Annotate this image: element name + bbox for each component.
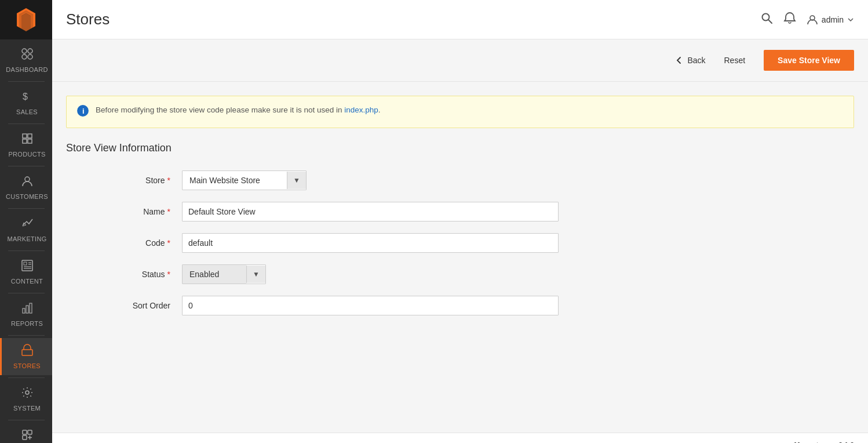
info-link[interactable]: index.php — [344, 106, 378, 114]
svg-rect-25 — [28, 430, 32, 434]
sidebar-item-sales[interactable]: $ SALES — [0, 84, 52, 121]
sidebar-item-dashboard[interactable]: DASHBOARD — [0, 42, 52, 79]
store-select-value: Main Website Store — [183, 171, 287, 190]
info-banner: i Before modifying the store view code p… — [66, 96, 854, 128]
action-bar: Back Reset Save Store View — [52, 39, 868, 82]
svg-point-4 — [28, 49, 32, 53]
svg-point-12 — [25, 177, 30, 181]
save-store-view-button[interactable]: Save Store View — [764, 50, 854, 71]
svg-line-28 — [768, 20, 772, 23]
sidebar-divider — [8, 208, 45, 209]
svg-point-6 — [28, 55, 32, 59]
sidebar: DASHBOARD $ SALES PRODUCTS CUSTOMERS MAR… — [0, 0, 52, 443]
svg-rect-22 — [22, 350, 32, 355]
topbar: Stores admin — [52, 0, 868, 39]
sidebar-item-label: CUSTOMERS — [6, 193, 48, 200]
sidebar-divider — [8, 420, 45, 420]
svg-rect-24 — [23, 430, 27, 434]
sidebar-item-label: STORES — [13, 362, 41, 369]
sidebar-divider — [8, 166, 45, 166]
sort-order-label: Sort Order — [66, 301, 182, 310]
info-banner-text: Before modifying the store view code ple… — [96, 104, 381, 116]
extensions-icon — [21, 429, 34, 443]
required-mark: * — [167, 207, 170, 216]
sidebar-item-marketing[interactable]: MARKETING — [0, 211, 52, 248]
reset-button[interactable]: Reset — [715, 51, 755, 70]
form-row-code: Code* — [66, 233, 854, 253]
code-input[interactable] — [182, 233, 559, 253]
admin-label: admin — [822, 15, 844, 24]
bell-icon[interactable] — [783, 12, 796, 27]
sidebar-item-label: PRODUCTS — [8, 151, 45, 158]
svg-marker-2 — [21, 13, 31, 31]
svg-rect-10 — [23, 139, 27, 143]
sidebar-item-label: REPORTS — [11, 320, 43, 327]
form-row-name: Name* — [66, 202, 854, 221]
sort-order-input[interactable] — [182, 296, 559, 315]
products-icon — [21, 132, 34, 148]
sidebar-divider — [8, 293, 45, 293]
arrow-left-icon — [674, 56, 684, 65]
svg-rect-8 — [23, 134, 27, 138]
admin-user-menu[interactable]: admin — [807, 14, 854, 26]
topbar-right: admin — [760, 12, 854, 27]
content-icon — [21, 259, 34, 275]
svg-rect-11 — [28, 139, 32, 143]
system-icon — [21, 386, 34, 402]
content-area: i Before modifying the store view code p… — [52, 82, 868, 433]
sidebar-item-content[interactable]: CONTENT — [0, 253, 52, 291]
required-mark: * — [167, 270, 170, 279]
status-select-value: Enabled — [183, 265, 246, 284]
info-icon: i — [77, 105, 89, 119]
back-button[interactable]: Back — [674, 56, 705, 65]
sidebar-item-stores[interactable]: STORES — [0, 338, 52, 375]
magento-logo-icon — [13, 7, 39, 32]
store-view-form: Store* Main Website Store ▼ Name* Code* — [66, 170, 854, 315]
reports-icon — [21, 302, 34, 318]
sidebar-item-label: SYSTEM — [13, 405, 41, 412]
svg-rect-19 — [23, 308, 25, 313]
sidebar-item-system[interactable]: SYSTEM — [0, 380, 52, 417]
sidebar-item-label: CONTENT — [11, 278, 43, 285]
search-icon[interactable] — [760, 12, 773, 27]
name-input[interactable] — [182, 202, 559, 221]
form-row-sort-order: Sort Order — [66, 296, 854, 315]
svg-rect-21 — [30, 303, 32, 313]
sidebar-divider — [8, 81, 45, 82]
page-title: Stores — [66, 10, 110, 28]
sidebar-divider — [8, 250, 45, 251]
svg-rect-20 — [26, 306, 28, 313]
form-row-store: Store* Main Website Store ▼ — [66, 170, 854, 190]
name-label: Name* — [66, 207, 182, 216]
code-label: Code* — [66, 238, 182, 248]
sidebar-logo — [0, 0, 52, 39]
footer: Copyright © 2017 Magento Commerce Inc. A… — [52, 433, 868, 443]
svg-rect-9 — [28, 134, 32, 138]
svg-text:i: i — [82, 107, 85, 115]
sidebar-divider — [8, 124, 45, 124]
store-select[interactable]: Main Website Store ▼ — [182, 170, 307, 190]
required-mark: * — [167, 238, 170, 248]
svg-text:$: $ — [23, 92, 28, 101]
main-content: Stores admin Back Reset Save Store View — [52, 0, 868, 443]
user-icon — [807, 14, 818, 26]
svg-point-5 — [22, 55, 27, 59]
status-select[interactable]: Enabled ▼ — [182, 264, 266, 284]
status-dropdown-arrow[interactable]: ▼ — [246, 266, 265, 283]
sidebar-divider — [8, 377, 45, 378]
marketing-icon — [21, 217, 34, 233]
sidebar-divider — [8, 335, 45, 336]
required-mark: * — [167, 176, 170, 185]
store-label: Store* — [66, 176, 182, 185]
sidebar-item-customers[interactable]: CUSTOMERS — [0, 169, 52, 206]
svg-rect-26 — [23, 435, 27, 440]
sales-icon: $ — [21, 90, 34, 106]
svg-point-3 — [22, 49, 27, 53]
sidebar-item-label: DASHBOARD — [6, 66, 48, 73]
store-dropdown-arrow[interactable]: ▼ — [287, 172, 306, 189]
sidebar-item-reports[interactable]: REPORTS — [0, 296, 52, 333]
form-row-status: Status* Enabled ▼ — [66, 264, 854, 284]
sidebar-item-extensions[interactable]: FIND PARTNERS & EXTENSIONS — [0, 423, 52, 443]
sidebar-item-products[interactable]: PRODUCTS — [0, 126, 52, 164]
section-title: Store View Information — [66, 142, 854, 154]
